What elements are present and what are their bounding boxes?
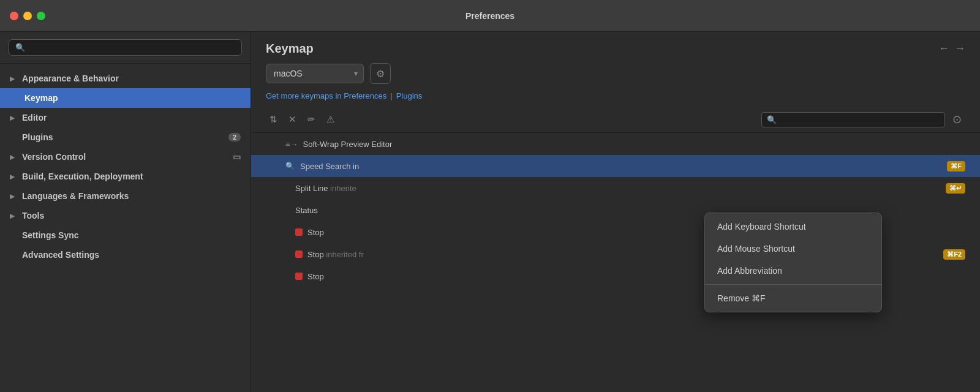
sidebar-item-version-control[interactable]: ▶ Version Control ▭ bbox=[0, 147, 251, 167]
item-label: Split Line inherite bbox=[295, 184, 941, 193]
sidebar-item-appearance[interactable]: ▶ Appearance & Behavior bbox=[0, 69, 251, 88]
keymap-links-row: Get more keymaps in Preferences | Plugin… bbox=[251, 91, 980, 107]
keymap-gear-button[interactable]: ⚙ bbox=[370, 63, 391, 84]
chevron-right-icon: ▶ bbox=[10, 213, 18, 219]
chevron-right-icon: ▶ bbox=[10, 193, 18, 200]
sidebar-item-advanced-settings[interactable]: Advanced Settings bbox=[0, 245, 251, 265]
sidebar-item-label: Advanced Settings bbox=[22, 250, 99, 260]
item-shortcut: ⌘↵ bbox=[946, 183, 965, 194]
keymap-search-input[interactable] bbox=[780, 115, 940, 124]
sidebar-item-languages[interactable]: ▶ Languages & Frameworks bbox=[0, 186, 251, 206]
sidebar-item-label: Editor bbox=[22, 113, 47, 123]
list-area: ≡→ Soft-Wrap Preview Editor 🔍 Speed Sear… bbox=[251, 133, 980, 392]
chevron-right-icon: ▶ bbox=[10, 154, 18, 160]
maximize-button[interactable] bbox=[37, 12, 45, 20]
context-menu: Add Keyboard Shortcut Add Mouse Shortcut… bbox=[704, 213, 882, 312]
back-arrow-icon[interactable]: ← bbox=[938, 42, 949, 55]
sidebar-search-input[interactable] bbox=[29, 43, 235, 52]
keymap-controls: macOS Windows Linux ▾ ⚙ bbox=[251, 56, 980, 91]
sidebar-item-label: Build, Execution, Deployment bbox=[22, 172, 143, 181]
header-nav-arrows: ← → bbox=[938, 42, 965, 55]
stop-color-square bbox=[295, 228, 303, 236]
sidebar-item-settings-sync[interactable]: Settings Sync bbox=[0, 225, 251, 245]
add-abbreviation-item[interactable]: Add Abbreviation bbox=[705, 260, 881, 282]
keymap-select-wrapper[interactable]: macOS Windows Linux ▾ bbox=[266, 64, 364, 83]
preferences-link[interactable]: Get more keymaps in Preferences bbox=[266, 91, 386, 100]
sidebar-item-label: Keymap bbox=[24, 93, 58, 103]
sidebar-item-label: Appearance & Behavior bbox=[22, 74, 119, 83]
list-item[interactable]: ≡→ Soft-Wrap Preview Editor bbox=[251, 133, 980, 155]
minimize-button[interactable] bbox=[23, 12, 32, 20]
warning-button[interactable]: ⚠ bbox=[323, 111, 338, 127]
sidebar-item-tools[interactable]: ▶ Tools bbox=[0, 206, 251, 225]
soft-wrap-icon: ≡→ bbox=[285, 140, 298, 149]
titlebar: Preferences bbox=[0, 0, 980, 32]
keymap-select[interactable]: macOS Windows Linux bbox=[266, 64, 364, 83]
sidebar-item-label: Tools bbox=[22, 211, 44, 221]
sidebar-item-editor[interactable]: ▶ Editor bbox=[0, 108, 251, 127]
speed-search-icon: 🔍 bbox=[285, 162, 295, 170]
item-label: Soft-Wrap Preview Editor bbox=[303, 140, 965, 149]
sidebar-search-wrapper: 🔍 bbox=[9, 39, 242, 56]
context-menu-divider bbox=[705, 284, 881, 285]
sidebar-item-label: Plugins bbox=[22, 132, 53, 142]
inherited-text: inherited fr bbox=[326, 250, 363, 259]
item-shortcut: ⌘F bbox=[947, 161, 965, 172]
stop-color-square bbox=[295, 251, 303, 258]
forward-arrow-icon[interactable]: → bbox=[954, 42, 965, 55]
content-header: Keymap ← → bbox=[251, 32, 980, 56]
close-button[interactable] bbox=[10, 12, 18, 20]
version-control-icon: ▭ bbox=[233, 152, 241, 162]
shortcut-badge: ⌘↵ bbox=[946, 183, 965, 194]
remove-button[interactable]: ✕ bbox=[285, 111, 300, 127]
list-item[interactable]: Split Line inherite ⌘↵ bbox=[251, 177, 980, 199]
window-title: Preferences bbox=[466, 11, 514, 21]
sidebar-item-label: Languages & Frameworks bbox=[22, 191, 129, 201]
sidebar-item-build[interactable]: ▶ Build, Execution, Deployment bbox=[0, 167, 251, 186]
inherited-text: inherite bbox=[330, 184, 356, 193]
toolbar-row: ⇅ ✕ ✏ ⚠ 🔍 ⊙ bbox=[251, 107, 980, 133]
list-item[interactable]: 🔍 Speed Search in ⌘F bbox=[251, 155, 980, 177]
content-area: Keymap ← → macOS Windows Linux ▾ ⚙ Get m… bbox=[251, 32, 980, 392]
sidebar-item-label: Version Control bbox=[22, 152, 86, 162]
add-mouse-shortcut-item[interactable]: Add Mouse Shortcut bbox=[705, 238, 881, 260]
find-button[interactable]: ⊙ bbox=[949, 110, 965, 129]
toolbar-search: 🔍 bbox=[761, 112, 945, 127]
sidebar: 🔍 ▶ Appearance & Behavior Keymap ▶ Edito… bbox=[0, 32, 251, 392]
chevron-right-icon: ▶ bbox=[10, 75, 18, 82]
sidebar-nav: ▶ Appearance & Behavior Keymap ▶ Editor … bbox=[0, 64, 251, 392]
chevron-right-icon: ▶ bbox=[10, 173, 18, 180]
sidebar-item-label: Settings Sync bbox=[22, 230, 79, 240]
item-shortcut: ⌘F2 bbox=[943, 249, 965, 260]
shortcut-badge: ⌘F bbox=[947, 161, 965, 172]
link-separator: | bbox=[390, 91, 392, 100]
sidebar-item-plugins[interactable]: Plugins 2 bbox=[0, 127, 251, 147]
sidebar-item-keymap[interactable]: Keymap bbox=[0, 88, 251, 108]
plugins-link[interactable]: Plugins bbox=[396, 91, 423, 100]
page-title: Keymap bbox=[266, 42, 314, 56]
stop-color-square bbox=[295, 273, 303, 280]
edit-button[interactable]: ✏ bbox=[304, 111, 319, 127]
expand-collapse-button[interactable]: ⇅ bbox=[266, 111, 281, 127]
traffic-lights bbox=[10, 12, 45, 20]
search-icon: 🔍 bbox=[767, 115, 777, 124]
search-icon: 🔍 bbox=[15, 43, 25, 52]
remove-shortcut-item[interactable]: Remove ⌘F bbox=[705, 287, 881, 309]
sidebar-search-bar[interactable]: 🔍 bbox=[0, 32, 251, 64]
plugins-badge: 2 bbox=[228, 133, 241, 141]
shortcut-badge: ⌘F2 bbox=[943, 249, 965, 260]
item-label: Speed Search in bbox=[300, 162, 942, 171]
main-content: 🔍 ▶ Appearance & Behavior Keymap ▶ Edito… bbox=[0, 32, 980, 392]
chevron-right-icon: ▶ bbox=[10, 115, 18, 121]
add-keyboard-shortcut-item[interactable]: Add Keyboard Shortcut bbox=[705, 216, 881, 238]
